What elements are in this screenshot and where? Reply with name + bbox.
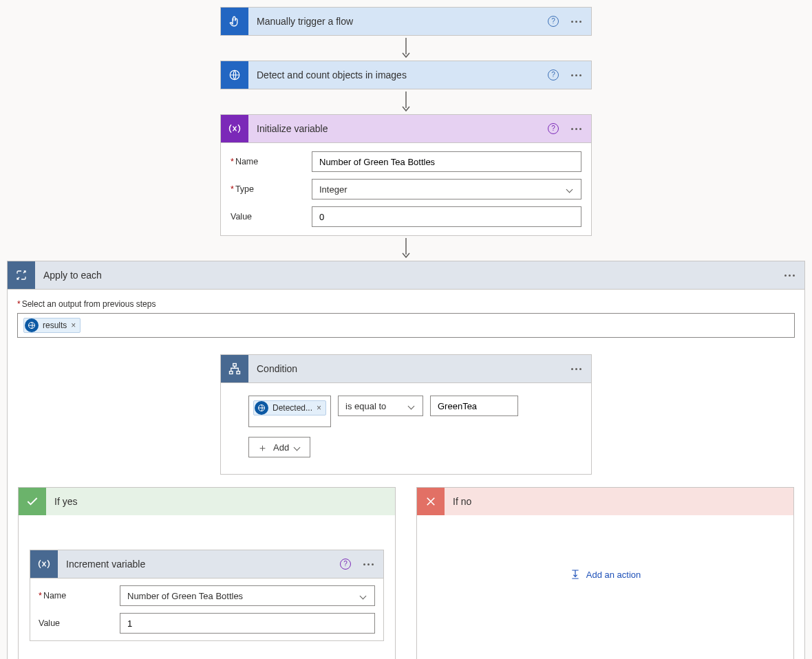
check-icon: [19, 488, 46, 515]
name-label: Name: [39, 591, 120, 601]
type-label: Type: [231, 184, 312, 194]
step-title: Increment variable: [58, 559, 340, 570]
add-action-label: Add an action: [586, 570, 641, 580]
more-icon[interactable]: [568, 18, 584, 25]
name-value: Number of Green Tea Bottles: [127, 591, 243, 601]
name-input[interactable]: [312, 151, 581, 172]
token-results[interactable]: results ×: [23, 318, 81, 333]
loop-icon: [8, 261, 35, 289]
chevron-down-icon: [294, 444, 301, 451]
arrow-icon: [0, 36, 812, 61]
condition-rhs[interactable]: [430, 396, 518, 416]
help-icon[interactable]: ?: [548, 16, 559, 27]
branch-if-yes: If yes Increment variable ?: [18, 487, 396, 659]
branch-title: If no: [445, 496, 471, 507]
ai-token-icon: [255, 401, 268, 415]
help-icon[interactable]: ?: [548, 69, 559, 80]
variable-icon: [221, 115, 248, 142]
more-icon[interactable]: [568, 72, 584, 79]
branch-header[interactable]: If yes: [19, 488, 395, 515]
step-title: Manually trigger a flow: [248, 16, 548, 27]
arrow-icon: [0, 236, 812, 261]
add-label: Add: [273, 442, 289, 453]
value-input[interactable]: [120, 613, 375, 634]
step-header[interactable]: Increment variable ?: [30, 550, 383, 578]
more-icon[interactable]: [361, 561, 376, 568]
more-icon[interactable]: [568, 365, 584, 373]
branch-header[interactable]: If no: [417, 488, 793, 515]
step-header[interactable]: Manually trigger a flow ?: [221, 8, 591, 35]
select-output-label: Select an output from previous steps: [17, 299, 795, 309]
token-detected[interactable]: Detected... ×: [253, 400, 326, 415]
chevron-down-icon: [360, 592, 367, 599]
svg-rect-5: [233, 364, 237, 367]
condition-operator[interactable]: is equal to: [338, 396, 423, 416]
name-select[interactable]: Number of Green Tea Bottles: [120, 585, 375, 606]
value-label: Value: [39, 618, 120, 628]
operator-value: is equal to: [345, 401, 386, 411]
help-icon[interactable]: ?: [340, 559, 351, 570]
chevron-down-icon: [566, 186, 573, 193]
step-header[interactable]: Condition: [221, 355, 591, 382]
branch-if-no: If no Add an action: [416, 487, 794, 659]
help-icon[interactable]: ?: [548, 123, 559, 134]
step-condition[interactable]: Condition Detected... ×: [220, 354, 592, 475]
add-action-button[interactable]: Add an action: [428, 569, 782, 580]
type-select[interactable]: Integer: [312, 179, 581, 199]
step-body: Name Type Integer Value: [221, 142, 591, 235]
variable-icon: [30, 550, 58, 578]
ai-token-icon: [25, 318, 39, 332]
step-title: Condition: [248, 363, 568, 374]
arrow-icon: [0, 89, 812, 114]
flow-canvas: Manually trigger a flow ? Detect and cou…: [0, 0, 812, 659]
value-input[interactable]: [312, 206, 581, 227]
touch-icon: [221, 8, 248, 35]
output-token-field[interactable]: results ×: [17, 313, 795, 338]
svg-rect-7: [237, 371, 240, 374]
svg-rect-6: [230, 371, 233, 374]
step-body: Name Number of Green Tea Bottles Value: [30, 578, 383, 640]
step-detect[interactable]: Detect and count objects in images ?: [220, 61, 592, 89]
value-label: Value: [231, 212, 312, 222]
step-header[interactable]: Apply to each: [8, 261, 804, 289]
step-title: Apply to each: [35, 270, 782, 281]
step-body: Select an output from previous steps res…: [8, 289, 804, 659]
branch-title: If yes: [46, 496, 77, 507]
step-header[interactable]: Detect and count objects in images ?: [221, 61, 591, 89]
add-condition-button[interactable]: ＋ Add: [248, 437, 310, 457]
name-label: Name: [231, 157, 312, 166]
close-icon[interactable]: ×: [317, 403, 321, 413]
plus-icon: ＋: [257, 442, 268, 453]
step-apply-to-each[interactable]: Apply to each Select an output from prev…: [7, 261, 805, 659]
ai-icon: [221, 61, 248, 89]
step-title: Detect and count objects in images: [248, 69, 548, 80]
chevron-down-icon: [408, 402, 415, 409]
step-header[interactable]: Initialize variable ?: [221, 115, 591, 142]
close-icon[interactable]: ×: [71, 321, 76, 330]
more-icon[interactable]: [568, 125, 584, 133]
type-value: Integer: [319, 184, 347, 195]
step-trigger[interactable]: Manually trigger a flow ?: [220, 7, 592, 36]
condition-lhs[interactable]: Detected... ×: [248, 396, 331, 427]
step-increment-variable[interactable]: Increment variable ? Name: [30, 550, 384, 641]
condition-branches: If yes Increment variable ?: [18, 487, 794, 659]
token-label: Detected...: [273, 403, 312, 413]
step-title: Initialize variable: [248, 123, 548, 134]
close-icon: [417, 488, 445, 515]
token-label: results: [43, 321, 67, 330]
condition-icon: [221, 355, 248, 382]
condition-body: Detected... × is equal to ＋ Add: [221, 382, 591, 474]
more-icon[interactable]: [782, 272, 798, 279]
step-initialize-variable[interactable]: Initialize variable ? Name Type Integer …: [220, 114, 592, 236]
